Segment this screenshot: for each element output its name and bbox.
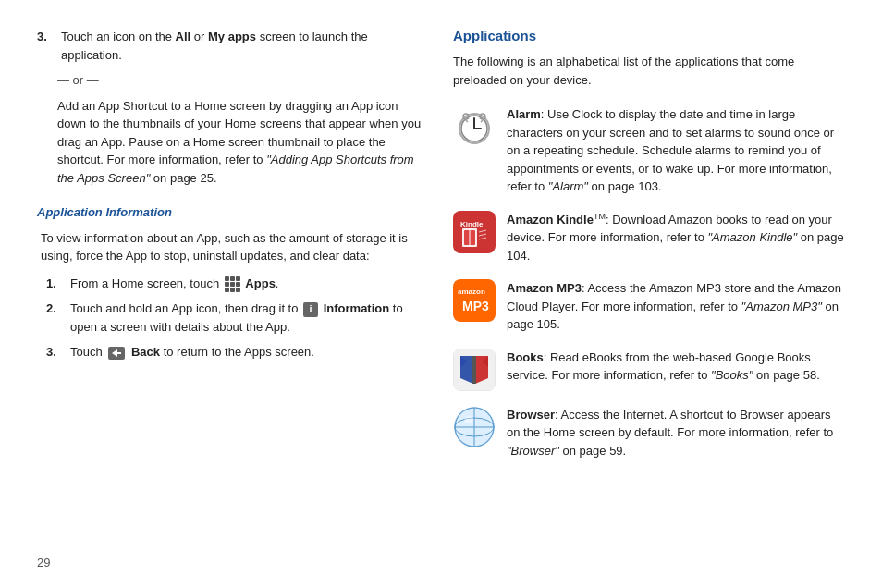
step-3-content: Touch an icon on the All or My apps scre… — [61, 28, 425, 64]
browser-desc: Browser: Access the Internet. A shortcut… — [507, 406, 845, 460]
sub-step-3-content: Touch Back to return to the Apps screen. — [70, 343, 425, 361]
books-desc: Books: Read eBooks from the web-based Go… — [507, 349, 845, 385]
sub-step-3-back-label: Back — [131, 345, 160, 359]
books-icon-box — [453, 349, 496, 391]
step-3-bold1: All — [176, 30, 191, 43]
svg-text:MP3: MP3 — [462, 299, 489, 313]
app-info-intro: To view information about an App, such a… — [37, 229, 425, 265]
books-ref-italic: "Books" — [711, 368, 753, 382]
alarm-desc: Alarm: Use Clock to display the date and… — [507, 105, 845, 196]
app-list: Alarm: Use Clock to display the date and… — [453, 105, 845, 459]
browser-icon-box — [453, 406, 496, 448]
svg-text:amazon: amazon — [458, 288, 485, 296]
app-item-alarm: Alarm: Use Clock to display the date and… — [453, 105, 845, 196]
kindle-tm: TM — [594, 212, 606, 221]
applications-intro: The following is an alphabetical list of… — [453, 53, 845, 89]
alarm-ref-italic: "Alarm" — [548, 179, 588, 193]
left-column: 3. Touch an icon on the All or My apps s… — [37, 28, 425, 560]
sub-step-2-info-label: Information — [324, 301, 390, 315]
alarm-name: Alarm — [507, 107, 541, 121]
kindle-icon: Kindle — [453, 211, 496, 253]
sub-step-1: 1. From a Home screen, touch Apps. — [46, 275, 425, 293]
app-item-browser: Browser: Access the Internet. A shortcut… — [453, 406, 845, 460]
sub-step-2-text-before: Touch and hold an App icon, then drag it… — [70, 301, 301, 315]
app-item-books: Books: Read eBooks from the web-based Go… — [453, 349, 845, 391]
clock-svg-icon — [453, 105, 496, 148]
browser-ref-italic: "Browser" — [507, 444, 559, 458]
alarm-icon-box — [453, 105, 496, 148]
page-number: 29 — [37, 556, 50, 570]
sub-step-3-number: 3. — [46, 343, 67, 361]
info-icon: i — [303, 302, 318, 317]
mp3-ref-italic: "Amazon MP3" — [741, 300, 822, 313]
step-3-bold2: My apps — [208, 30, 256, 43]
shortcut-text: Add an App Shortcut to a Home screen by … — [57, 97, 425, 188]
browser-ref-end: on page 59. — [559, 444, 626, 458]
app-item-mp3: amazon MP3 Amazon MP3: Access the Amazon… — [453, 279, 845, 334]
browser-name: Browser — [507, 408, 555, 422]
sub-step-2: 2. Touch and hold an App icon, then drag… — [46, 300, 425, 336]
books-svg-icon — [453, 349, 496, 391]
step-3-mid1: or — [190, 30, 208, 43]
mp3-desc: Amazon MP3: Access the Amazon MP3 store … — [507, 279, 845, 334]
mp3-name: Amazon MP3 — [507, 281, 582, 295]
sub-step-1-apps-label: Apps — [245, 276, 276, 290]
mp3-icon-box: amazon MP3 — [453, 279, 496, 322]
books-name: Books — [507, 350, 544, 364]
sub-step-1-text-after: . — [276, 276, 279, 290]
kindle-name: Amazon Kindle — [507, 213, 594, 227]
shortcut-text-end: on page 25. — [150, 171, 216, 185]
sub-step-3-text-after: to return to the Apps screen. — [160, 345, 314, 359]
back-arrow-icon — [107, 346, 126, 361]
browser-desc-text: : Access the Internet. A shortcut to Bro… — [507, 408, 833, 440]
applications-title: Applications — [453, 28, 845, 43]
sub-step-1-content: From a Home screen, touch Apps. — [70, 275, 425, 293]
step-3-text1: Touch an icon on the — [61, 30, 176, 43]
kindle-icon-box: Kindle — [453, 211, 496, 253]
sub-step-3: 3. Touch Back to return to the Apps scre… — [46, 343, 425, 361]
app-item-kindle: Kindle Amazon KindleTM: Down — [453, 211, 845, 265]
sub-step-3-text-before: Touch — [70, 345, 105, 359]
sub-step-1-text-before: From a Home screen, touch — [70, 276, 223, 290]
svg-rect-25 — [472, 356, 476, 384]
sub-steps: 1. From a Home screen, touch Apps. 2. To… — [46, 275, 425, 361]
step-3: 3. Touch an icon on the All or My apps s… — [37, 28, 425, 64]
sub-step-2-number: 2. — [46, 300, 67, 336]
browser-svg-icon — [453, 406, 496, 448]
right-column: Applications The following is an alphabe… — [453, 28, 845, 560]
sub-step-2-content: Touch and hold an App icon, then drag it… — [70, 300, 425, 336]
sub-step-1-number: 1. — [46, 275, 67, 293]
kindle-desc: Amazon KindleTM: Download Amazon books t… — [507, 211, 845, 265]
app-info-heading: Application Information — [37, 203, 425, 222]
kindle-ref-italic: "Amazon Kindle" — [707, 230, 797, 244]
svg-text:Kindle: Kindle — [460, 220, 484, 228]
page-container: 3. Touch an icon on the All or My apps s… — [0, 0, 882, 588]
alarm-ref-end: on page 103. — [588, 179, 662, 193]
apps-grid-icon — [225, 276, 240, 292]
step-3-number: 3. — [37, 28, 57, 64]
or-line: — or — — [57, 71, 425, 90]
svg-rect-2 — [116, 352, 121, 354]
mp3-svg-icon: amazon MP3 — [453, 279, 496, 322]
books-ref-end: on page 58. — [753, 368, 819, 382]
